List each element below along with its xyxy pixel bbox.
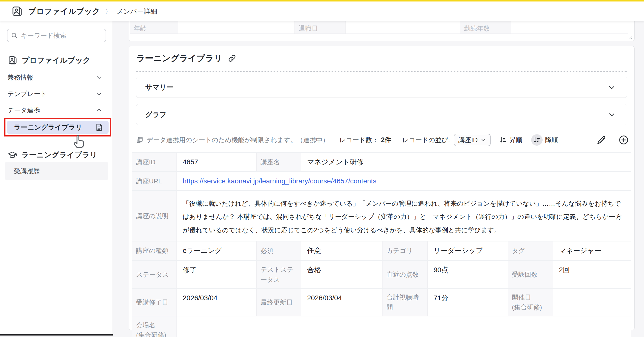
document-icon	[95, 123, 103, 132]
breadcrumb: メンバー詳細	[116, 7, 157, 16]
brand-accent-bar	[0, 0, 644, 2]
field-label: テストステータス	[256, 261, 301, 288]
section-header: ラーニングライブラリ	[136, 53, 627, 64]
field-value	[553, 289, 631, 316]
graduation-cap-icon	[8, 150, 17, 160]
restriction-notice: データ連携用のシートのため機能が制限されます。（連携中）	[136, 136, 329, 144]
sidebar-item-label: データ連携	[8, 106, 40, 115]
record-count-value: 2件	[381, 136, 392, 144]
sort-label: レコードの並び:	[402, 136, 450, 144]
link-icon[interactable]	[228, 54, 236, 63]
field-value: 71分	[428, 289, 508, 316]
sidebar-item-jukou-rireki[interactable]: 受講履歴	[5, 162, 108, 180]
table-row: 講座ID 4657 講座名 マネジメント研修	[132, 153, 631, 171]
sidebar: プロファイルブック 兼務情報 テンプレート データ連携 ラーニングライブラリ	[0, 21, 113, 335]
sidebar-item-label: 兼務情報	[8, 73, 33, 82]
field-label: 必須	[256, 241, 301, 260]
table-row: 会場名 (集合研修)	[132, 316, 631, 337]
record-toolbar: データ連携用のシートのため機能が制限されます。（連携中） レコード数： 2件 レ…	[136, 133, 629, 147]
field-label: 受験回数	[508, 261, 553, 288]
field-label: 年齢	[130, 21, 178, 34]
summary-accordion[interactable]: サマリー	[136, 77, 627, 98]
field-value: 2回	[553, 261, 631, 288]
table-row: ステータス 修了 テストステータス 合格 直近の点数 90点 受験回数 2回	[132, 261, 631, 288]
app-header: プロファイルブック 〉 メンバー詳細	[0, 2, 644, 21]
table-row: 講座の説明 「役職に就いたけれど、具体的に何をすべきか迷っている」「メンバーの管…	[132, 191, 631, 241]
record-table: 講座ID 4657 講座名 マネジメント研修 講座URL https://ser…	[132, 152, 631, 337]
field-label: 講座URL	[132, 172, 177, 190]
resize-handle-icon[interactable]	[628, 34, 633, 40]
edit-button[interactable]	[596, 135, 606, 145]
breadcrumb-separator: 〉	[105, 7, 112, 16]
sort-ascending-icon	[500, 136, 507, 144]
sort-ascending-label: 昇順	[510, 136, 522, 144]
field-value	[177, 316, 631, 337]
profile-fields-card: 年齢 退職日 勤続年数	[129, 21, 634, 41]
field-value	[511, 21, 628, 34]
field-value: 合格	[301, 261, 382, 288]
field-value: 2026/03/04	[301, 289, 382, 316]
sidebar-item-label: テンプレート	[8, 90, 47, 98]
field-label: 講座の説明	[132, 191, 177, 241]
field-label: 講座名	[256, 153, 301, 171]
sort-descending-label: 降順	[545, 136, 558, 144]
field-label: 最終更新日	[256, 289, 301, 316]
sidebar-search[interactable]	[7, 29, 106, 42]
cursor-hand-icon	[72, 133, 88, 150]
sidebar-item-kenmu[interactable]: 兼務情報	[8, 72, 105, 83]
app-title: プロファイルブック	[28, 6, 100, 17]
profile-fields-row: 年齢 退職日 勤続年数	[130, 21, 634, 34]
profile-book-logo-icon	[11, 5, 23, 18]
sidebar-item-template[interactable]: テンプレート	[8, 88, 105, 100]
sidebar-section-title: ラーニングライブラリ	[21, 150, 97, 160]
record-count: レコード数： 2件	[339, 136, 392, 144]
add-record-button[interactable]	[618, 135, 629, 145]
chevron-down-icon	[96, 74, 102, 81]
restriction-notice-text: データ連携用のシートのため機能が制限されます。（連携中）	[146, 136, 329, 144]
section-title: ラーニングライブラリ	[136, 53, 222, 64]
course-url-link[interactable]: https://service.kaonavi.jp/learning_libr…	[183, 177, 376, 185]
sidebar-bottom-strip	[0, 334, 113, 335]
profile-book-icon	[8, 55, 18, 66]
main-content: 年齢 退職日 勤続年数 ラーニングライブラリ サ	[113, 21, 644, 337]
sidebar-section-profilebook: プロファイルブック	[8, 55, 90, 66]
search-input[interactable]	[21, 32, 100, 40]
field-value: リーダーシップ	[428, 241, 508, 260]
field-label: ステータス	[132, 261, 177, 288]
field-label: カテゴリ	[382, 241, 428, 260]
field-label: 勤続年数	[460, 21, 511, 34]
record-count-label: レコード数：	[339, 136, 378, 144]
pencil-icon	[596, 135, 606, 145]
dotted-divider	[136, 71, 627, 72]
sort-descending-selected-circle	[531, 134, 542, 146]
field-value: 「役職に就いたけれど、具体的に何をすべきか迷っている」「メンバーの管理に追われ、…	[177, 191, 631, 241]
sidebar-item-label: 受講履歴	[14, 167, 40, 175]
accordion-title: サマリー	[145, 83, 174, 92]
field-value: https://service.kaonavi.jp/learning_libr…	[177, 172, 631, 190]
field-value: eラーニング	[177, 241, 256, 260]
sidebar-item-learning-library[interactable]: ラーニングライブラリ	[7, 121, 108, 134]
search-icon	[11, 32, 18, 39]
sort-field-dropdown[interactable]: 講座ID	[454, 134, 490, 146]
field-label: 開催日 (集合研修)	[508, 289, 553, 316]
sidebar-item-data-renkei[interactable]: データ連携	[8, 104, 105, 116]
field-label: 受講修了日	[132, 289, 177, 316]
sidebar-divider	[0, 50, 112, 50]
sort-descending-button[interactable]: 降順	[531, 134, 558, 146]
learning-library-card: ラーニングライブラリ サマリー グラフ	[129, 46, 634, 330]
field-value: 4657	[177, 153, 256, 171]
graph-accordion[interactable]: グラフ	[136, 104, 627, 125]
sort-ascending-button[interactable]: 昇順	[500, 136, 522, 144]
chevron-down-icon	[96, 91, 102, 97]
record-sort: レコードの並び: 講座ID	[402, 134, 490, 146]
chevron-down-icon	[608, 111, 616, 118]
app-window: プロファイルブック 〉 メンバー詳細 プロファイルブック 兼務情報 テ	[0, 0, 644, 337]
chevron-up-icon	[96, 107, 102, 113]
field-value: マネジメント研修	[301, 153, 631, 171]
sort-field-value: 講座ID	[458, 136, 478, 144]
field-label: 合計視聴時間	[382, 289, 428, 316]
sidebar-section-learning-library: ラーニングライブラリ	[8, 150, 97, 160]
field-label: 会場名 (集合研修)	[132, 316, 177, 337]
field-value: 90点	[428, 261, 508, 288]
linked-sheet-icon	[136, 136, 144, 144]
